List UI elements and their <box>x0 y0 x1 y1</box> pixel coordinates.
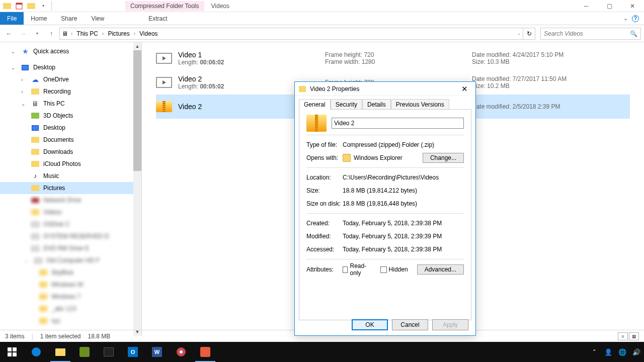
apply-button[interactable]: Apply <box>432 319 468 330</box>
change-button[interactable]: Change... <box>423 153 464 163</box>
tab-security[interactable]: Security <box>331 99 362 110</box>
sidebar-item-hidden[interactable]: SkyBlue <box>0 266 141 279</box>
sidebar-item-hidden[interactable]: DVD RW Drive E <box>0 242 141 254</box>
readonly-checkbox[interactable]: Read-only <box>343 262 371 277</box>
crumb-thispc[interactable]: This PC <box>75 30 99 37</box>
sidebar-item[interactable]: 3D Objects <box>0 110 141 122</box>
taskbar-word[interactable]: W <box>145 342 169 362</box>
folder-icon <box>31 160 39 168</box>
recent-locations-icon[interactable]: ▾ <box>31 28 43 40</box>
sidebar-quick-access[interactable]: ⌄ ★ Quick access <box>0 45 141 57</box>
sidebar-thispc[interactable]: ⌄ 🖥 This PC <box>0 98 141 110</box>
tab-view[interactable]: View <box>84 12 111 25</box>
dialog-panel: Type of file:Compressed (zipped) Folder … <box>299 109 471 320</box>
new-folder-qat-icon[interactable] <box>26 1 36 11</box>
sidebar-item-hidden[interactable]: Network Drive <box>0 194 141 206</box>
taskbar-store[interactable] <box>97 342 121 362</box>
sidebar-item[interactable]: Documents <box>0 134 141 146</box>
sidebar-item-hidden[interactable]: xyz <box>0 315 141 327</box>
dialog-titlebar[interactable]: Video 2 Properties ✕ <box>295 82 475 96</box>
sidebar-item-hidden[interactable]: Videos <box>0 206 141 218</box>
crumb-videos[interactable]: Videos <box>138 30 158 37</box>
tray-network-icon[interactable]: 🌐 <box>618 347 627 356</box>
contextual-tab-label: Compressed Folder Tools <box>125 1 204 11</box>
dialog-close-button[interactable]: ✕ <box>457 83 471 95</box>
chevron-right-icon[interactable]: › <box>133 31 136 36</box>
minimize-button[interactable]: ─ <box>575 0 598 12</box>
up-button[interactable]: ↑ <box>45 28 57 40</box>
search-input[interactable] <box>544 30 628 37</box>
sidebar-item-hidden[interactable]: SYSTEM RESERVED D <box>0 230 141 242</box>
sidebar-recording[interactable]: › Recording <box>0 85 141 98</box>
taskbar-outlook[interactable]: O <box>121 342 145 362</box>
sidebar-item[interactable]: Downloads <box>0 146 141 158</box>
tray-volume-icon[interactable]: 🔊 <box>632 347 641 356</box>
sidebar-item-hidden[interactable]: _abc 123 <box>0 303 141 315</box>
ok-button[interactable]: OK <box>352 319 388 330</box>
taskbar-explorer[interactable] <box>48 342 72 362</box>
expand-icon[interactable]: › <box>21 89 27 95</box>
tab-home[interactable]: Home <box>24 12 54 25</box>
sidebar-item-hidden[interactable]: OSDisk C <box>0 218 141 230</box>
ribbon-expand-icon[interactable]: ⌄ <box>623 15 628 22</box>
sidebar-item-label: iCloud Photos <box>43 160 81 167</box>
filename-input[interactable] <box>332 118 464 129</box>
icons-view-button[interactable]: ▦ <box>629 332 639 340</box>
qat-customize-icon[interactable]: ▾ <box>38 1 48 11</box>
cancel-button[interactable]: Cancel <box>392 319 428 330</box>
video-icon <box>156 77 172 88</box>
address-dropdown-icon[interactable]: ⌄ <box>517 31 521 36</box>
maximize-button[interactable]: ▢ <box>598 0 621 12</box>
pc-icon: 🖥 <box>62 30 68 37</box>
search-box[interactable]: 🔍 <box>540 28 641 40</box>
folder-icon[interactable] <box>2 1 12 11</box>
sidebar-scrollbar[interactable]: ▲ ▼ <box>133 42 141 336</box>
taskbar-camtasia[interactable] <box>193 342 217 362</box>
tray-overflow-icon[interactable]: ˄ <box>590 347 599 356</box>
file-row[interactable]: Video 1 Length: 00:06:02 Frame height: 7… <box>156 46 630 70</box>
taskbar-edge[interactable] <box>24 342 48 362</box>
details-view-button[interactable]: ≡ <box>618 332 628 340</box>
expand-icon[interactable]: ⌄ <box>21 101 27 107</box>
taskbar: O W ˄ 👤 🌐 🔊 <box>0 342 644 362</box>
taskbar-chrome[interactable] <box>169 342 193 362</box>
crumb-pictures[interactable]: Pictures <box>107 30 130 37</box>
taskbar-app[interactable] <box>72 342 97 362</box>
tab-details[interactable]: Details <box>362 99 391 110</box>
created-value: Today, February 5, 2018, 2:39:38 PM <box>343 220 464 227</box>
expand-icon[interactable]: ⌄ <box>11 49 17 54</box>
advanced-button[interactable]: Advanced... <box>417 264 464 275</box>
tab-previous-versions[interactable]: Previous Versions <box>391 99 449 110</box>
sidebar-item-pictures[interactable]: Pictures <box>0 182 141 194</box>
sidebar-item[interactable]: iCloud Photos <box>0 158 141 170</box>
sidebar-onedrive[interactable]: › ☁ OneDrive <box>0 73 141 85</box>
file-tab[interactable]: File <box>0 12 24 25</box>
refresh-button[interactable]: ↻ <box>523 28 535 40</box>
close-button[interactable]: ✕ <box>621 0 644 12</box>
folder-icon <box>31 208 39 216</box>
back-button[interactable]: ← <box>3 28 15 40</box>
expand-icon[interactable]: › <box>21 77 27 82</box>
expand-icon[interactable]: ⌄ <box>11 65 17 70</box>
chevron-right-icon[interactable]: › <box>101 31 105 36</box>
tray-people-icon[interactable]: 👤 <box>604 347 613 356</box>
address-bar[interactable]: 🖥 › This PC › Pictures › Videos ⌄ <box>59 28 523 40</box>
hidden-checkbox[interactable]: Hidden <box>380 266 408 273</box>
start-button[interactable] <box>0 342 24 362</box>
scroll-thumb[interactable] <box>133 50 141 171</box>
sidebar-item[interactable]: ♪Music <box>0 170 141 182</box>
properties-qat-icon[interactable] <box>14 1 24 11</box>
sidebar-item-hidden[interactable]: ⌄Old Computer HD F <box>0 254 141 266</box>
tab-extract[interactable]: Extract <box>141 12 174 25</box>
sidebar-item[interactable]: Desktop <box>0 122 141 134</box>
sidebar-item-hidden[interactable]: Windows 7 <box>0 291 141 303</box>
tab-share[interactable]: Share <box>54 12 84 25</box>
scroll-up-icon[interactable]: ▲ <box>133 42 141 50</box>
sidebar-desktop[interactable]: ⌄ Desktop <box>0 61 141 73</box>
tab-general[interactable]: General <box>299 99 331 110</box>
search-icon[interactable]: 🔍 <box>630 30 637 37</box>
chevron-right-icon[interactable]: › <box>70 31 73 36</box>
sidebar-item-hidden[interactable]: Windows W <box>0 279 141 291</box>
help-icon[interactable]: ? <box>632 15 639 22</box>
forward-button[interactable]: → <box>17 28 29 40</box>
